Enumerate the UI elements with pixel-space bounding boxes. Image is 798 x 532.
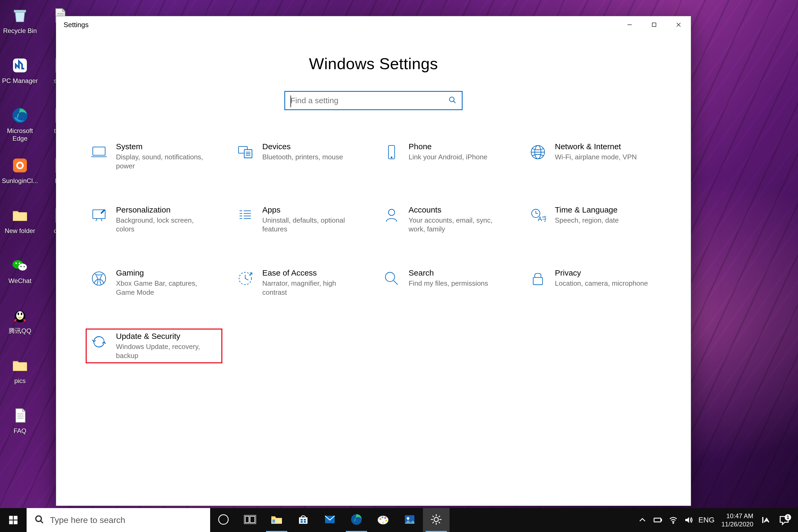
desktop-icon-qq[interactable]: 腾讯QQ <box>0 300 40 350</box>
tray-app-icon[interactable] <box>758 508 774 532</box>
taskbar-cortana-button[interactable] <box>210 508 237 532</box>
svg-rect-76 <box>661 519 662 521</box>
window-titlebar[interactable]: Settings <box>56 16 691 33</box>
desktop-icon-label: Microsoft Edge <box>0 127 40 143</box>
taskbar-settings-button[interactable] <box>423 508 450 532</box>
desktop-icon-folder[interactable]: New folder <box>0 200 40 250</box>
category-title: Apps <box>262 205 364 214</box>
category-description: Windows Update, recovery, backup <box>116 342 209 360</box>
tray-language-indicator[interactable]: ENG <box>697 516 717 524</box>
svg-marker-78 <box>685 517 689 523</box>
desktop-icon-label: WeChat <box>7 277 33 285</box>
start-button[interactable] <box>0 508 26 532</box>
taskbar-edge-button[interactable] <box>343 508 370 532</box>
paint-icon <box>377 513 390 527</box>
taskbar-mail-button[interactable] <box>317 508 343 532</box>
svg-line-73 <box>433 522 434 523</box>
xbox-icon <box>90 269 108 288</box>
window-close-button[interactable] <box>666 16 691 33</box>
svg-line-71 <box>433 516 434 517</box>
settings-category-network[interactable]: Network & InternetWi-Fi, airplane mode, … <box>525 139 661 173</box>
svg-rect-75 <box>654 518 661 522</box>
settings-category-accounts[interactable]: AccountsYour accounts, email, sync, work… <box>379 203 514 237</box>
svg-line-74 <box>439 516 440 517</box>
desktop-icon-label: FAQ <box>12 427 28 435</box>
settings-category-update[interactable]: Update & SecurityWindows Update, recover… <box>86 329 222 363</box>
category-description: Speech, region, date <box>555 216 648 225</box>
window-maximize-button[interactable] <box>642 16 666 33</box>
taskbar-microsoft-store-button[interactable] <box>290 508 317 532</box>
svg-point-66 <box>434 517 438 521</box>
desktop-icon-doc[interactable]: FAQ <box>0 400 40 450</box>
settings-category-search[interactable]: SearchFind my files, permissions <box>379 266 514 300</box>
taskbar-file-explorer-button[interactable] <box>263 508 290 532</box>
category-title: Ease of Access <box>262 268 364 278</box>
svg-line-46 <box>41 521 43 523</box>
settings-category-phone[interactable]: PhoneLink your Android, iPhone <box>379 139 514 173</box>
svg-rect-54 <box>304 519 306 520</box>
devices-icon <box>236 143 254 161</box>
desktop-icon-folder[interactable]: pics <box>0 350 40 400</box>
category-description: Location, camera, microphone <box>555 279 648 288</box>
pc-manager-icon <box>9 56 31 75</box>
photos-icon <box>403 513 416 527</box>
search-icon <box>382 269 401 288</box>
settings-category-ease[interactable]: Ease of AccessNarrator, magnifier, high … <box>232 266 368 300</box>
settings-category-devices[interactable]: DevicesBluetooth, printers, mouse <box>232 139 368 173</box>
settings-category-gaming[interactable]: GamingXbox Game Bar, captures, Game Mode <box>86 266 222 300</box>
settings-search-input[interactable] <box>290 96 449 105</box>
category-description: Display, sound, notifications, power <box>116 153 209 171</box>
search-icon <box>35 515 44 525</box>
personalize-icon <box>90 206 108 225</box>
phone-icon <box>382 143 401 161</box>
desktop-icon-recycle-bin[interactable]: Recycle Bin <box>0 0 40 50</box>
svg-point-60 <box>380 518 381 520</box>
svg-point-65 <box>407 517 410 520</box>
svg-point-15 <box>21 312 22 315</box>
category-title: Phone <box>408 142 511 151</box>
wechat-icon <box>9 256 31 274</box>
settings-category-apps[interactable]: AppsUninstall, defaults, optional featur… <box>232 203 368 237</box>
category-title: Update & Security <box>116 332 218 341</box>
globe-icon <box>529 143 547 161</box>
taskbar-photos-button[interactable] <box>396 508 423 532</box>
svg-point-9 <box>19 263 20 264</box>
taskbar-search-placeholder: Type here to search <box>50 515 125 525</box>
taskbar-task-view-button[interactable] <box>237 508 263 532</box>
svg-point-61 <box>382 517 384 518</box>
task-view-icon <box>244 513 256 527</box>
category-title: Accounts <box>408 205 511 214</box>
svg-rect-43 <box>9 520 13 524</box>
qq-icon <box>9 306 31 324</box>
tray-action-center-icon[interactable]: 1 <box>774 515 795 525</box>
category-title: Personalization <box>116 205 218 214</box>
tray-volume-icon[interactable] <box>681 508 697 532</box>
svg-point-45 <box>36 516 41 521</box>
tray-chevron-up-icon[interactable] <box>635 508 650 532</box>
search-icon <box>449 96 456 105</box>
svg-point-11 <box>24 266 25 267</box>
svg-point-14 <box>18 312 19 315</box>
svg-point-10 <box>20 266 22 267</box>
settings-category-system[interactable]: SystemDisplay, sound, notifications, pow… <box>86 139 222 173</box>
taskbar-paint-button[interactable] <box>370 508 396 532</box>
window-minimize-button[interactable] <box>618 16 642 33</box>
category-description: Background, lock screen, colors <box>116 216 209 234</box>
tray-battery-icon[interactable] <box>650 508 666 532</box>
settings-category-personalization[interactable]: PersonalizationBackground, lock screen, … <box>86 203 222 237</box>
settings-category-privacy[interactable]: PrivacyLocation, camera, microphone <box>525 266 661 300</box>
tray-clock[interactable]: 10:47 AM 11/26/2020 <box>717 512 758 528</box>
desktop-icon-edge[interactable]: Microsoft Edge <box>0 100 40 150</box>
settings-category-time[interactable]: Time & LanguageSpeech, region, date <box>525 203 661 237</box>
category-description: Bluetooth, printers, mouse <box>262 153 355 162</box>
desktop-icon-wechat[interactable]: WeChat <box>0 250 40 300</box>
ease-icon <box>236 269 254 288</box>
desktop-icon-sunlogin[interactable]: SunloginCl... <box>0 150 40 200</box>
taskbar-search-box[interactable]: Type here to search <box>26 508 210 532</box>
settings-search-box[interactable] <box>284 91 462 110</box>
desktop-icon-pc-manager[interactable]: PC Manager <box>0 50 40 100</box>
lock-icon <box>529 269 547 288</box>
desktop-icon-label: 腾讯QQ <box>7 327 33 336</box>
category-title: Privacy <box>555 268 657 278</box>
tray-wifi-icon[interactable] <box>666 508 681 532</box>
